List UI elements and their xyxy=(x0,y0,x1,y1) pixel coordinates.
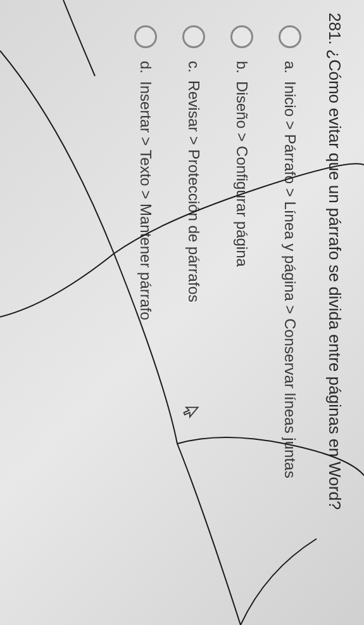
option-c[interactable]: c. Revisar > Protección de párrafos xyxy=(182,13,205,612)
option-text-d: Insertar > Texto > Mantener párrafo xyxy=(137,81,154,320)
option-text-a: Inicio > Párrafo > Línea y página > Cons… xyxy=(281,81,299,478)
radio-b[interactable] xyxy=(230,25,253,48)
quiz-content: 281. ¿Cómo evitar que un párrafo se divi… xyxy=(0,0,364,625)
option-text-c: Revisar > Protección de párrafos xyxy=(185,81,203,302)
option-d[interactable]: d. Insertar > Texto > Mantener párrafo xyxy=(134,13,157,612)
option-label-a: a. xyxy=(281,61,299,74)
option-b[interactable]: b. Diseño > Configurar página xyxy=(230,13,253,612)
question-body: ¿Cómo evitar que un párrafo se divida en… xyxy=(325,49,344,510)
question-text: 281. ¿Cómo evitar que un párrafo se divi… xyxy=(323,13,345,612)
question-number: 281. xyxy=(325,13,344,45)
radio-d[interactable] xyxy=(134,25,157,48)
option-label-b: b. xyxy=(233,61,251,74)
radio-c[interactable] xyxy=(182,25,205,48)
option-label-c: c. xyxy=(185,61,203,73)
option-text-b: Diseño > Configurar página xyxy=(233,81,251,267)
radio-a[interactable] xyxy=(279,25,301,48)
option-a[interactable]: a. Inicio > Párrafo > Línea y página > C… xyxy=(279,13,301,612)
option-label-d: d. xyxy=(137,61,154,74)
